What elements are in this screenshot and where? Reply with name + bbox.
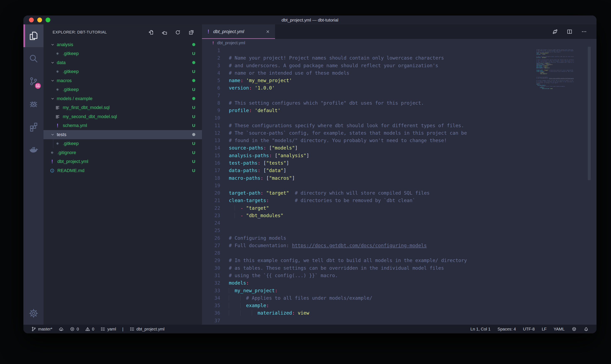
- code-line[interactable]: 15analysis-paths: ["analysis"]: [202, 152, 597, 159]
- code-line[interactable]: 26# Configuring models: [202, 234, 597, 242]
- status-item-notifications[interactable]: [584, 326, 589, 332]
- tree-item-label: dbt_project.yml: [57, 159, 88, 164]
- explorer-header: EXPLORER: DBT-TUTORIAL: [43, 24, 202, 40]
- code-line[interactable]: 18macro-paths: ["macros"]: [202, 174, 597, 182]
- git-untracked-badge: U: [192, 105, 195, 110]
- activity-item-debug[interactable]: [23, 93, 43, 115]
- tree-item-label: my_first_dbt_model.sql: [63, 105, 110, 110]
- code-line[interactable]: 16test-paths: ["tests"]: [202, 159, 597, 167]
- line-number: 28: [202, 249, 229, 257]
- refresh-icon[interactable]: [175, 30, 181, 35]
- tree-item-data[interactable]: data: [43, 58, 202, 67]
- code-line[interactable]: 33 my_new_project:: [202, 287, 597, 294]
- code-line[interactable]: 30# as tables. These settings can be ove…: [202, 264, 597, 272]
- activity-item-docker[interactable]: [23, 138, 43, 161]
- code-line[interactable]: 35 example:: [202, 302, 597, 309]
- explorer-actions: [148, 30, 194, 35]
- code-line[interactable]: 28: [202, 249, 597, 257]
- more-actions-icon[interactable]: [581, 29, 587, 35]
- tree-item--gitignore[interactable]: .gitignoreU: [43, 148, 202, 157]
- split-editor-icon[interactable]: [567, 29, 572, 35]
- tree-item-dbt-project-yml[interactable]: !dbt_project.ymlU: [43, 157, 202, 166]
- open-changes-icon[interactable]: [552, 29, 558, 35]
- status-item-encoding[interactable]: UTF-8: [523, 327, 535, 332]
- status-item-publish-changes[interactable]: [59, 326, 64, 332]
- tree-item-tests[interactable]: tests: [43, 130, 202, 139]
- code-line[interactable]: 27# Full documentation: https://docs.get…: [202, 242, 597, 249]
- breadcrumb-file: dbt_project.yml: [217, 40, 245, 45]
- activity-item-settings-gear[interactable]: [23, 302, 43, 325]
- code-line[interactable]: 34 # Applies to all files under models/e…: [202, 294, 597, 302]
- status-item-indentation[interactable]: Spaces: 4: [498, 327, 516, 332]
- status-item-yaml-language-status[interactable]: yaml: [100, 326, 116, 332]
- tree-item--gitkeep[interactable]: .gitkeepU: [43, 85, 202, 94]
- new-file-icon[interactable]: [148, 30, 154, 35]
- tree-item-models-example[interactable]: models / example: [43, 94, 202, 103]
- code-line[interactable]: 9profile: 'default': [202, 107, 597, 114]
- code-line[interactable]: 12# The `source-paths` config, for examp…: [202, 129, 597, 137]
- activity-item-extensions[interactable]: [23, 115, 43, 138]
- tab-close-icon[interactable]: [265, 29, 270, 34]
- collapse-all-icon[interactable]: [188, 30, 194, 35]
- tree-item-analysis[interactable]: analysis: [43, 40, 202, 49]
- status-item-language-mode[interactable]: YAML: [554, 327, 565, 332]
- activity-item-explorer[interactable]: [23, 24, 43, 47]
- line-number: 27: [202, 242, 229, 249]
- tree-item--gitkeep[interactable]: .gitkeepU: [43, 67, 202, 76]
- tree-item-my-second-dbt-model-sql[interactable]: my_second_dbt_model.sqlU: [43, 112, 202, 121]
- new-folder-icon[interactable]: [162, 30, 167, 35]
- tree-item-label: data: [57, 60, 66, 65]
- code-line[interactable]: 22 - "target": [202, 204, 597, 212]
- line-number: 1: [202, 47, 229, 54]
- status-item-eol[interactable]: LF: [542, 327, 547, 332]
- status-item-warnings-count[interactable]: 0: [85, 326, 94, 332]
- status-item-feedback[interactable]: [572, 326, 577, 332]
- tree-item--gitkeep[interactable]: .gitkeepU: [43, 49, 202, 58]
- code-line[interactable]: 8# This setting configures which "profil…: [202, 99, 597, 107]
- tree-item-schema-yml[interactable]: !schema.ymlU: [43, 121, 202, 130]
- code-line[interactable]: 10: [202, 114, 597, 122]
- sql-file-icon: [55, 114, 60, 119]
- code-line[interactable]: 24: [202, 219, 597, 227]
- activity-item-source-control[interactable]: 11: [23, 70, 43, 93]
- status-item-errors-count[interactable]: 0: [70, 326, 79, 332]
- tree-item-macros[interactable]: macros: [43, 76, 202, 85]
- code-line[interactable]: 32models:: [202, 279, 597, 287]
- git-file-icon: [55, 141, 60, 146]
- scrollbar[interactable]: [588, 47, 591, 180]
- code-line[interactable]: 31# using the `{{ config(...) }}` macro.: [202, 272, 597, 279]
- tab-dbt-project-yml[interactable]: ! dbt_project.yml: [202, 24, 275, 39]
- line-number: 20: [202, 189, 229, 197]
- code-line[interactable]: 13# found in the "models/" directory. Yo…: [202, 137, 597, 144]
- minimap[interactable]: # Name your project! Project names shoul…: [536, 48, 574, 90]
- breadcrumb[interactable]: ! dbt_project.yml: [202, 39, 597, 47]
- code-line[interactable]: 25: [202, 227, 597, 234]
- code-line[interactable]: 20target-path: "target" # directory whic…: [202, 189, 597, 197]
- code-line[interactable]: 29# In this example config, we tell dbt …: [202, 257, 597, 264]
- title-bar[interactable]: dbt_project.yml — dbt-tutorial: [23, 15, 597, 24]
- tree-item-my-first-dbt-model-sql[interactable]: my_first_dbt_model.sqlU: [43, 103, 202, 112]
- line-number: 25: [202, 227, 229, 234]
- line-number: 13: [202, 137, 229, 144]
- activity-item-search[interactable]: [23, 47, 43, 70]
- code-line[interactable]: 7: [202, 92, 597, 99]
- cloud-upload-icon: [59, 326, 64, 332]
- status-bar: master*00yaml|dbt_project.yml Ln 1, Col …: [23, 325, 597, 333]
- code-editor: 12# Name your project! Project names sho…: [202, 47, 597, 325]
- code-line[interactable]: 23 - "dbt_modules": [202, 212, 597, 219]
- code-line[interactable]: 19: [202, 182, 597, 189]
- line-number: 19: [202, 182, 229, 189]
- code-line[interactable]: 11# These configurations specify where d…: [202, 122, 597, 129]
- code-line[interactable]: 21clean-targets: # directories to be rem…: [202, 197, 597, 204]
- status-item-cursor-position[interactable]: Ln 1, Col 1: [470, 327, 490, 332]
- status-item-yaml-schema-status[interactable]: dbt_project.yml: [130, 326, 165, 332]
- line-number: 24: [202, 219, 229, 227]
- code-line[interactable]: 14source-paths: ["models"]: [202, 144, 597, 152]
- code-line[interactable]: 37: [202, 317, 597, 324]
- code-line[interactable]: 36 materialized: view: [202, 309, 597, 317]
- status-item-branch-indicator[interactable]: master*: [31, 326, 52, 332]
- tree-item-readme-md[interactable]: README.mdU: [43, 166, 202, 175]
- tree-item--gitkeep[interactable]: .gitkeepU: [43, 139, 202, 148]
- code-line[interactable]: 17data-paths: ["data"]: [202, 167, 597, 174]
- line-number: 3: [202, 62, 229, 69]
